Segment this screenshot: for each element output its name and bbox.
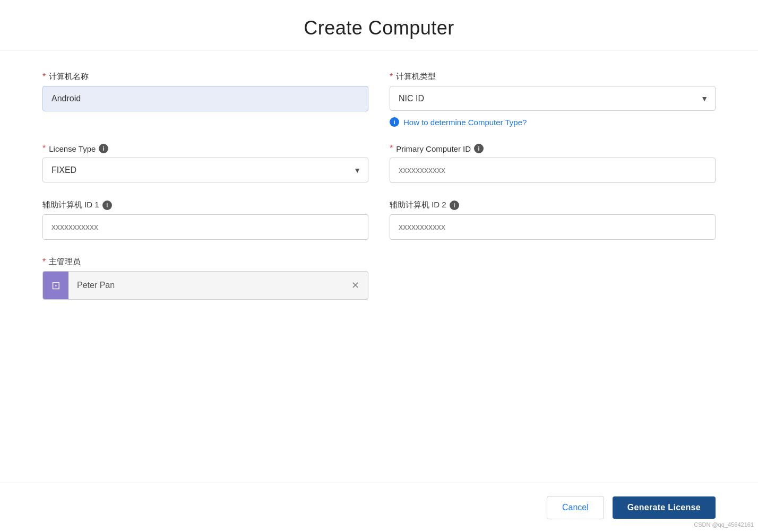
page-header: Create Computer [0, 0, 758, 50]
primary-id-info-icon[interactable]: i [474, 144, 484, 153]
required-star-5: * [42, 257, 46, 267]
admin-group: * 主管理员 ⊡ Peter Pan ✕ [42, 257, 368, 300]
primary-computer-id-input[interactable] [390, 158, 716, 183]
info-icon-blue: i [390, 117, 399, 127]
license-type-label: * License Type i [42, 144, 368, 153]
page-footer: Cancel Generate License [0, 483, 758, 532]
cancel-button[interactable]: Cancel [547, 496, 604, 519]
computer-type-select-wrapper: NIC ID MAC Address IP Address ▼ [390, 86, 716, 111]
required-star: * [42, 72, 46, 82]
aux-id-1-group: 辅助计算机 ID 1 i [42, 200, 368, 240]
primary-computer-id-label: * Primary Computer ID i [390, 144, 716, 153]
computer-type-group: * 计算机类型 NIC ID MAC Address IP Address ▼ … [390, 72, 716, 127]
computer-type-label: * 计算机类型 [390, 72, 716, 82]
admin-input-wrapper: ⊡ Peter Pan ✕ [42, 271, 368, 300]
license-type-select-wrapper: FIXED FLOATING NAMED ▼ [42, 158, 368, 182]
aux-id-2-info-icon[interactable]: i [450, 200, 459, 210]
how-to-link[interactable]: i How to determine Computer Type? [390, 117, 716, 127]
license-type-group: * License Type i FIXED FLOATING NAMED ▼ [42, 144, 368, 182]
page-title: Create Computer [0, 17, 758, 39]
admin-clear-button[interactable]: ✕ [343, 272, 368, 299]
required-star-3: * [42, 144, 46, 153]
watermark: CSDN @qq_45642161 [694, 521, 754, 528]
aux-id-1-label: 辅助计算机 ID 1 i [42, 200, 368, 210]
form-row-3: 辅助计算机 ID 1 i 辅助计算机 ID 2 i [42, 200, 716, 240]
aux-id-2-group: 辅助计算机 ID 2 i [390, 200, 716, 240]
form-row-1: * 计算机名称 * 计算机类型 NIC ID MAC Address IP Ad… [42, 72, 716, 127]
computer-name-input[interactable] [42, 86, 368, 111]
generate-license-button[interactable]: Generate License [613, 496, 716, 519]
computer-type-select[interactable]: NIC ID MAC Address IP Address [390, 86, 716, 111]
computer-name-group: * 计算机名称 [42, 72, 368, 111]
computer-name-label: * 计算机名称 [42, 72, 368, 82]
admin-icon-box: ⊡ [43, 272, 68, 299]
aux-id-2-label: 辅助计算机 ID 2 i [390, 200, 716, 210]
form-row-4: * 主管理员 ⊡ Peter Pan ✕ [42, 257, 716, 300]
aux-id-2-input[interactable] [390, 214, 716, 240]
aux-id-1-input[interactable] [42, 214, 368, 240]
license-type-select[interactable]: FIXED FLOATING NAMED [42, 158, 368, 182]
admin-label: * 主管理员 [42, 257, 368, 267]
user-card-icon: ⊡ [51, 279, 61, 292]
form-row-2: * License Type i FIXED FLOATING NAMED ▼ … [42, 144, 716, 183]
required-star-4: * [390, 144, 393, 153]
admin-name-value: Peter Pan [68, 281, 343, 290]
license-type-info-icon[interactable]: i [99, 144, 108, 153]
form-container: * 计算机名称 * 计算机类型 NIC ID MAC Address IP Ad… [0, 50, 758, 483]
primary-computer-id-group: * Primary Computer ID i [390, 144, 716, 183]
aux-id-1-info-icon[interactable]: i [102, 200, 112, 210]
required-star-2: * [390, 72, 393, 82]
